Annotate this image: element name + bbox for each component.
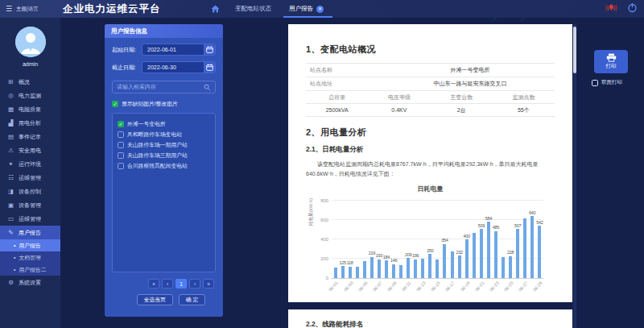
x-tick-label: 06-21 (474, 280, 485, 293)
alarm-bell-icon[interactable] (605, 2, 618, 16)
spec-value: 2台 (431, 106, 493, 114)
page-button-›[interactable]: › (189, 279, 200, 289)
bar-06-05 (363, 261, 366, 278)
sidebar-subitem-文档管理[interactable]: •文档管理 (0, 251, 60, 264)
bar-value-label: 485 (493, 225, 499, 230)
station-checkbox[interactable] (118, 152, 124, 159)
sidebar-item-事件记录[interactable]: ▤事件记录 (0, 130, 60, 143)
chart-ylabel: 耗电量(kW·h) (308, 198, 315, 226)
station-item[interactable]: 合川路枢纽高配间变电站 (118, 160, 210, 171)
topbar-actions (605, 0, 638, 18)
station-item[interactable]: 天山路停车场一期用户站 (118, 139, 210, 150)
end-date-input[interactable]: 2022-06-30 (142, 61, 216, 73)
bar-06-23 (494, 231, 497, 278)
print-button[interactable]: 打印 (594, 50, 628, 73)
bar-slot: 06-17 (448, 201, 456, 278)
bar-value-label: 219 (369, 251, 375, 255)
y-tick-label: 0 (326, 276, 328, 280)
tab-user-report[interactable]: 用户报告 ✕ (287, 0, 326, 18)
station-item[interactable]: ✓外滩一号变电所 (118, 118, 210, 129)
sidebar-subitem-用户报告[interactable]: •用户报告 (0, 239, 60, 251)
sidebar-item-用户报告[interactable]: ✎用户报告 (0, 226, 60, 239)
bar-06-06 (370, 257, 374, 278)
sidebar-item-电能质量[interactable]: ▦电能质量 (0, 102, 60, 116)
bullet-icon: • (14, 243, 15, 248)
image-toggle-label: 显示缺陷图片/整改图片 (122, 100, 178, 108)
bar-06-10 (399, 265, 402, 279)
calendar-icon[interactable] (204, 62, 215, 73)
x-tick-label: 06-27 (518, 280, 529, 293)
station-checkbox[interactable] (118, 131, 124, 138)
sidebar-item-设备管理[interactable]: ▣设备管理 (0, 198, 60, 212)
station-checkbox[interactable] (118, 163, 124, 169)
duplex-print-row[interactable]: 双面打印 (592, 79, 622, 86)
x-tick-label: 06-23 (489, 280, 500, 293)
theme-language-link[interactable]: 主题|语言 (16, 6, 39, 13)
sidebar-item-运维管理[interactable]: ☷运维管理 (0, 171, 60, 185)
search-input[interactable]: 请输入检索内容 (112, 81, 216, 93)
home-icon[interactable] (211, 5, 220, 13)
bar-slot: 22806-25 (507, 201, 514, 278)
page-button-1[interactable]: 1 (175, 279, 187, 289)
document-scrollbar[interactable] (573, 24, 576, 328)
start-date-row: 起始日期: 2022-06-01 (112, 44, 216, 56)
sidebar-item-label: 设备管理 (19, 201, 41, 210)
calendar-icon[interactable] (204, 44, 215, 55)
duplex-checkbox[interactable] (592, 80, 598, 86)
report-page-1: 1、变配电站概况 站点名称外滩一号变电所站点地址中山东一路与延安东路交叉口 总容… (288, 24, 572, 302)
image-toggle-row[interactable]: ✓ 显示缺陷图片/整改图片 (112, 100, 216, 108)
bar-slot: 06-27 (522, 201, 529, 278)
image-toggle-checkbox[interactable]: ✓ (112, 101, 118, 107)
analysis-paragraph: 该变配电站监测周期内总耗电量8767.7kW·h，日平均耗电量292.3kW·h… (306, 160, 555, 178)
bar-06-09 (392, 264, 395, 279)
bar-value-label: 146 (390, 258, 397, 263)
confirm-button[interactable]: 确 定 (179, 294, 205, 305)
bar-value-label: 542 (536, 220, 543, 225)
sidebar-item-设备控制[interactable]: ◨设备控制 (0, 185, 60, 198)
station-item[interactable]: 天山路停车场三期用户站 (118, 150, 210, 160)
usage-analysis-icon: ▟ (7, 119, 14, 127)
end-date-value: 2022-06-30 (142, 64, 204, 70)
sidebar-item-电力监测[interactable]: ◎电力监测 (0, 89, 60, 102)
bar-06-02 (341, 266, 345, 278)
spec-header: 总容量 (306, 93, 368, 102)
app-window: ☰ 主题|语言 企业电力运维云平台 变配电站状态 用户报告 ✕ (0, 0, 644, 328)
x-tick-label: 06-09 (386, 280, 398, 293)
ops-management2-icon: ▭ (7, 215, 14, 222)
start-date-label: 起始日期: (112, 46, 142, 54)
station-checkbox[interactable] (118, 142, 124, 148)
bar-slot (470, 201, 477, 278)
sidebar-subitem-用户报告二[interactable]: •用户报告二 (0, 264, 60, 276)
report-page-2: 2.2、线路能耗排名 (288, 309, 572, 328)
sidebar-item-用电分析[interactable]: ▟用电分析 (0, 116, 60, 130)
overview-icon: ⊞ (7, 78, 14, 85)
page-button-‹[interactable]: ‹ (162, 279, 173, 289)
sidebar-item-运行环境[interactable]: ✦运行环境 (0, 157, 60, 171)
sidebar-item-安全用电[interactable]: ⚠安全用电 (0, 143, 60, 157)
tab-substation-status[interactable]: 变配电站状态 (233, 0, 274, 18)
sidebar-item-概况[interactable]: ⊞概况 (0, 75, 60, 89)
spec-value-row: 2500kVA0.4KV2台55个 (306, 103, 555, 116)
hamburger-icon[interactable]: ☰ (6, 5, 12, 13)
power-icon[interactable] (627, 2, 638, 16)
station-name: 合川路枢纽高配间变电站 (127, 162, 188, 170)
station-checkbox[interactable]: ✓ (118, 121, 124, 127)
page-button-«[interactable]: « (148, 279, 159, 289)
overview-table: 站点名称外滩一号变电所站点地址中山东一路与延安东路交叉口 总容量电压等级主变台数… (306, 63, 555, 117)
search-icon[interactable] (204, 80, 211, 94)
sidebar-item-label: 事件记录 (19, 133, 41, 141)
scrollbar-thumb[interactable] (573, 27, 576, 73)
bar-06-28 (530, 216, 534, 278)
bar-06-08 (385, 260, 388, 278)
sidebar-item-系统设置[interactable]: ⚙系统设置 (0, 276, 60, 289)
bar-slot: 640 (529, 201, 536, 278)
tab-close-icon[interactable]: ✕ (316, 6, 324, 13)
page-button-»[interactable]: » (203, 279, 214, 289)
sidebar-item-运维管理[interactable]: ▭运维管理 (0, 212, 60, 226)
spec-value: 55个 (493, 106, 555, 114)
start-date-input[interactable]: 2022-06-01 (142, 44, 216, 56)
station-item[interactable]: 具和断路停车场变电站 (118, 129, 210, 139)
table-row: 站点名称外滩一号变电所 (306, 63, 555, 77)
select-all-button[interactable]: 全选当页 (137, 294, 173, 305)
bar-06-12 (414, 259, 417, 279)
